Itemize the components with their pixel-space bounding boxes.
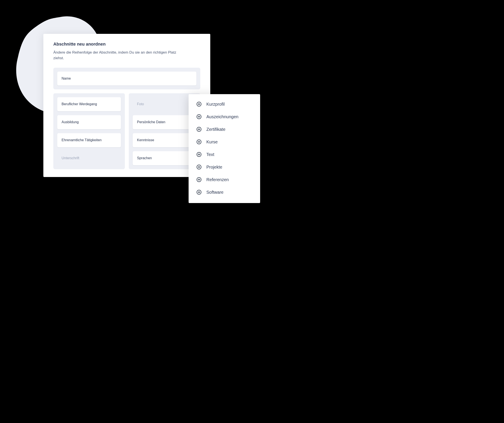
add-item-label: Text bbox=[206, 152, 214, 157]
add-item-software[interactable]: Software bbox=[196, 190, 252, 195]
add-section-panel: Kurzprofil Auszeichnungen Zertifikate Ku… bbox=[189, 94, 260, 203]
plus-circle-icon bbox=[196, 127, 202, 132]
add-item-projekte[interactable]: Projekte bbox=[196, 165, 252, 170]
plus-circle-icon bbox=[196, 165, 202, 170]
plus-circle-icon bbox=[196, 102, 202, 107]
add-item-auszeichnungen[interactable]: Auszeichnungen bbox=[196, 114, 252, 119]
plus-circle-icon bbox=[196, 177, 202, 182]
section-item[interactable]: Ehrenamtliche Tätigkeiten bbox=[57, 133, 121, 147]
plus-circle-icon bbox=[196, 190, 202, 195]
add-item-label: Auszeichnungen bbox=[206, 114, 239, 119]
plus-circle-icon bbox=[196, 114, 202, 119]
add-item-kurzprofil[interactable]: Kurzprofil bbox=[196, 102, 252, 107]
reorder-sections-card: Abschnitte neu anordnen Ändere die Reihe… bbox=[43, 34, 210, 177]
section-item-name[interactable]: Name bbox=[57, 72, 196, 86]
add-item-kurse[interactable]: Kurse bbox=[196, 139, 252, 144]
add-item-label: Software bbox=[206, 190, 223, 195]
section-item-disabled: Unterschrift bbox=[57, 151, 121, 165]
section-item-disabled: Foto bbox=[133, 97, 196, 111]
add-item-label: Kurse bbox=[206, 140, 218, 144]
section-item[interactable]: Beruflicher Werdegang bbox=[57, 97, 121, 111]
section-item[interactable]: Kenntnisse bbox=[133, 133, 196, 147]
add-item-zertifikate[interactable]: Zertifikate bbox=[196, 127, 252, 132]
name-section-container: Name bbox=[53, 68, 200, 90]
card-subtitle: Ändere die Reihenfolge der Abschnitte, i… bbox=[53, 50, 179, 61]
columns-container: Beruflicher Werdegang Ausbildung Ehrenam… bbox=[53, 93, 200, 169]
section-item[interactable]: Persönliche Daten bbox=[133, 115, 196, 129]
add-item-label: Projekte bbox=[206, 165, 222, 170]
add-item-label: Zertifikate bbox=[206, 127, 225, 132]
add-item-label: Kurzprofil bbox=[206, 102, 225, 107]
add-item-referenzen[interactable]: Referenzen bbox=[196, 177, 252, 182]
add-item-label: Referenzen bbox=[206, 177, 229, 182]
plus-circle-icon bbox=[196, 139, 202, 144]
add-item-text[interactable]: Text bbox=[196, 152, 252, 157]
section-item[interactable]: Sprachen bbox=[133, 151, 196, 165]
card-title: Abschnitte neu anordnen bbox=[53, 42, 200, 47]
section-item[interactable]: Ausbildung bbox=[57, 115, 121, 129]
plus-circle-icon bbox=[196, 152, 202, 157]
left-column: Beruflicher Werdegang Ausbildung Ehrenam… bbox=[53, 93, 125, 169]
